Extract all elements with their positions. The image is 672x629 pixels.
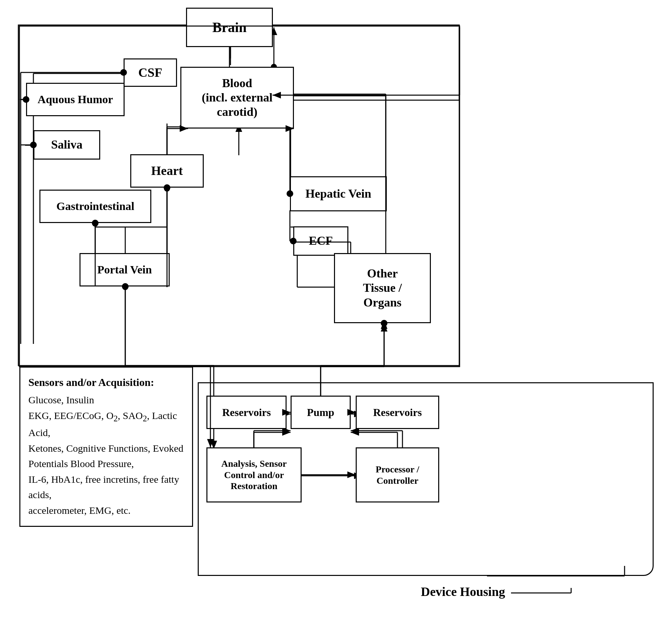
ecf-box: ECF bbox=[293, 226, 349, 256]
aquous-humor-box: Aquous Humor bbox=[26, 83, 125, 116]
csf-box: CSF bbox=[124, 58, 177, 87]
blood-box: Blood(incl. externalcarotid) bbox=[181, 67, 294, 129]
reservoirs2-box: Reservoirs bbox=[356, 396, 439, 429]
analysis-box: Analysis, SensorControl and/orRestoratio… bbox=[207, 447, 302, 502]
svg-marker-104 bbox=[381, 323, 387, 331]
other-tissue-box: OtherTissue /Organs bbox=[334, 253, 431, 323]
portal-vein-box: Portal Vein bbox=[79, 253, 170, 286]
brain-box: Brain bbox=[186, 8, 273, 47]
sensors-title: Sensors and/or Acquisition: bbox=[28, 374, 184, 390]
hepatic-vein-box: Hepatic Vein bbox=[290, 176, 387, 211]
pump-box: Pump bbox=[291, 396, 351, 429]
sensors-content: Glucose, Insulin EKG, EEG/ECoG, O2, SAO2… bbox=[28, 392, 184, 518]
sensors-box: Sensors and/or Acquisition: Glucose, Ins… bbox=[19, 367, 193, 527]
saliva-box: Saliva bbox=[33, 130, 100, 159]
processor-box: Processor /Controller bbox=[356, 447, 439, 502]
device-housing-label: Device Housing bbox=[421, 584, 584, 600]
heart-box: Heart bbox=[130, 154, 204, 187]
gastrointestinal-box: Gastrointestinal bbox=[40, 190, 151, 223]
diagram: Brain CSF Blood(incl. externalcarotid) A… bbox=[0, 0, 672, 629]
reservoirs1-box: Reservoirs bbox=[207, 396, 287, 429]
